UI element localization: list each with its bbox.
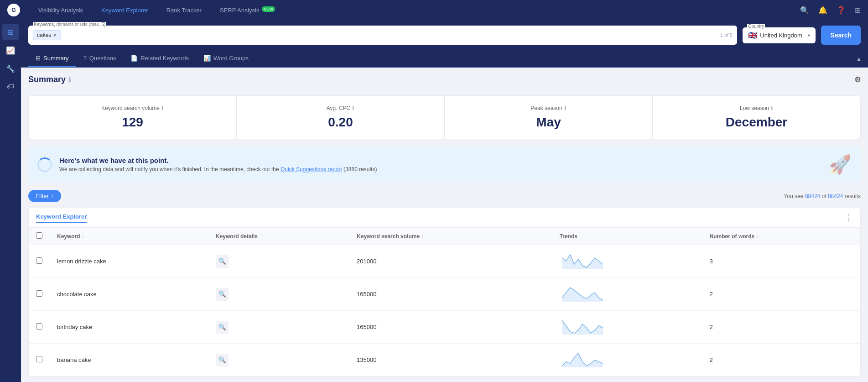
metric-info-icon-2[interactable]: ℹ xyxy=(352,105,354,111)
help-icon[interactable]: ❓ xyxy=(837,6,846,15)
tab-questions[interactable]: ? Questions xyxy=(76,50,124,67)
keyword-details-button[interactable]: 🔍 xyxy=(216,255,229,268)
sidebar-tag-icon[interactable]: 🏷 xyxy=(2,78,19,95)
row-trend xyxy=(552,344,702,377)
metric-low-season-label: Low season ℹ xyxy=(664,105,849,111)
search-input-wrap[interactable]: Keywords, domains or urls (max. 5) cakes… xyxy=(28,26,737,45)
app-logo: G xyxy=(7,4,20,16)
count-total-link[interactable]: 88424 xyxy=(828,193,843,199)
keyword-tag-cakes[interactable]: cakes × xyxy=(33,30,61,40)
bell-icon[interactable]: 🔔 xyxy=(818,6,827,15)
col-trends: Trends xyxy=(552,228,702,245)
row-volume: 201000 xyxy=(349,245,552,278)
tab-word-groups[interactable]: 📊 Word Groups xyxy=(196,50,256,67)
sidebar-plugin-icon[interactable]: 🔧 xyxy=(2,60,19,77)
trend-sparkline xyxy=(560,317,605,335)
table-head: Keyword ↕ Keyword details Keyword search… xyxy=(29,228,860,245)
row-volume: 135000 xyxy=(349,344,552,377)
metric-info-icon-1[interactable]: ℹ xyxy=(161,105,164,111)
nav-keyword-explorer[interactable]: Keyword Explorer xyxy=(98,5,152,16)
keyword-details-button[interactable]: 🔍 xyxy=(216,354,229,366)
search-input-label: Keywords, domains or urls (max. 5) xyxy=(33,22,106,27)
country-label: Country xyxy=(747,24,765,29)
metric-avg-cpc: Avg. CPC ℹ 0.20 xyxy=(237,96,445,139)
country-flag: 🇬🇧 xyxy=(748,31,757,40)
row-keyword: chocolate cake xyxy=(50,278,208,311)
sort-words-icon[interactable]: ↕ xyxy=(756,234,759,239)
top-navigation: G Visibility Analysis Keyword Explorer R… xyxy=(0,0,868,20)
table-row: chocolate cake🔍1650002 xyxy=(29,278,860,311)
filter-button[interactable]: Filter + xyxy=(28,190,61,202)
nav-rank-tracker[interactable]: Rank Tracker xyxy=(163,5,205,16)
metric-info-icon-4[interactable]: ℹ xyxy=(771,105,773,111)
row-checkbox[interactable] xyxy=(36,290,42,297)
settings-icon[interactable]: ⚙ xyxy=(854,75,861,84)
count-shown-link[interactable]: 88424 xyxy=(805,193,820,199)
row-keyword: banana cake xyxy=(50,344,208,377)
tab-related-keywords[interactable]: 📄 Related Keywords xyxy=(123,50,196,67)
search-bar-area: Keywords, domains or urls (max. 5) cakes… xyxy=(21,20,868,50)
keyword-count-badge: 1 of 5 xyxy=(720,32,733,38)
keyword-details-button[interactable]: 🔍 xyxy=(216,288,229,301)
row-checkbox-cell xyxy=(29,245,50,278)
svg-marker-0 xyxy=(562,255,603,269)
country-name: United Kingdom xyxy=(760,32,802,39)
loading-spinner xyxy=(37,157,52,172)
country-select[interactable]: Country 🇬🇧 United Kingdom ▾ xyxy=(743,27,816,43)
row-checkbox-cell xyxy=(29,344,50,377)
row-word-count: 2 xyxy=(702,311,860,344)
search-button[interactable]: Search xyxy=(821,26,861,45)
row-checkbox[interactable] xyxy=(36,257,42,264)
metric-info-icon-3[interactable]: ℹ xyxy=(564,105,567,111)
table-tab-keyword-explorer[interactable]: Keyword Explorer xyxy=(36,213,87,223)
row-checkbox[interactable] xyxy=(36,323,42,330)
table-body: lemon drizzle cake🔍2010003chocolate cake… xyxy=(29,245,860,377)
collapse-icon[interactable]: ▴ xyxy=(857,54,861,63)
row-checkbox[interactable] xyxy=(36,356,42,362)
summary-info-icon[interactable]: ℹ xyxy=(68,76,71,84)
content-area: Summary ℹ ⚙ Keyword search volume ℹ 129 … xyxy=(21,68,868,382)
summary-section-title: Summary ℹ ⚙ xyxy=(28,75,861,84)
keywords-table: Keyword ↕ Keyword details Keyword search… xyxy=(29,228,860,376)
col-keyword-details: Keyword details xyxy=(208,228,349,245)
metrics-row: Keyword search volume ℹ 129 Avg. CPC ℹ 0… xyxy=(28,95,861,139)
row-details-cell: 🔍 xyxy=(208,311,349,344)
row-details-cell: 🔍 xyxy=(208,245,349,278)
row-checkbox-cell xyxy=(29,311,50,344)
trend-sparkline xyxy=(560,251,605,270)
tab-summary[interactable]: ⊞ Summary xyxy=(28,50,76,67)
sort-keyword-icon[interactable]: ↕ xyxy=(82,234,84,239)
keywords-table-wrapper: Keyword Explorer ⋮ Keyword ↕ xyxy=(28,208,861,377)
metric-peak-season-label: Peak season ℹ xyxy=(456,105,641,111)
remove-tag-icon[interactable]: × xyxy=(53,31,57,39)
top-nav-right: 🔍 🔔 ❓ ⊞ xyxy=(800,6,861,15)
main-content: Keywords, domains or urls (max. 5) cakes… xyxy=(21,20,868,382)
row-details-cell: 🔍 xyxy=(208,278,349,311)
related-keywords-tab-icon: 📄 xyxy=(130,55,138,62)
search-icon[interactable]: 🔍 xyxy=(800,6,809,15)
rocket-icon: 🚀 xyxy=(829,154,852,175)
sidebar-chart-icon[interactable]: 📈 xyxy=(2,42,19,58)
nav-serp-analysis[interactable]: SERP Analysis NEW xyxy=(216,5,279,16)
table-header-bar: Keyword Explorer ⋮ xyxy=(29,208,860,228)
table-row: lemon drizzle cake🔍2010003 xyxy=(29,245,860,278)
select-all-checkbox[interactable] xyxy=(36,232,42,239)
summary-tab-icon: ⊞ xyxy=(36,55,41,62)
row-trend xyxy=(552,245,702,278)
col-search-volume: Keyword search volume ↕ xyxy=(349,228,552,245)
metric-low-season: Low season ℹ December xyxy=(653,96,860,139)
quick-suggestions-link[interactable]: Quick Suggestions report xyxy=(281,166,342,173)
select-all-header xyxy=(29,228,50,245)
metric-search-volume: Keyword search volume ℹ 129 xyxy=(29,96,237,139)
grid-icon[interactable]: ⊞ xyxy=(855,6,861,15)
sidebar-home-icon[interactable]: ⊞ xyxy=(2,24,19,40)
row-details-cell: 🔍 xyxy=(208,344,349,377)
sort-volume-icon[interactable]: ↕ xyxy=(421,234,423,239)
table-menu-icon[interactable]: ⋮ xyxy=(845,213,853,223)
sub-navigation: ⊞ Summary ? Questions 📄 Related Keywords… xyxy=(21,50,868,68)
banner-text: Here's what we have at this point. We ar… xyxy=(59,157,821,173)
row-volume: 165000 xyxy=(349,278,552,311)
keyword-details-button[interactable]: 🔍 xyxy=(216,321,229,334)
nav-visibility-analysis[interactable]: Visibility Analysis xyxy=(35,5,87,16)
word-groups-tab-icon: 📊 xyxy=(203,55,211,62)
